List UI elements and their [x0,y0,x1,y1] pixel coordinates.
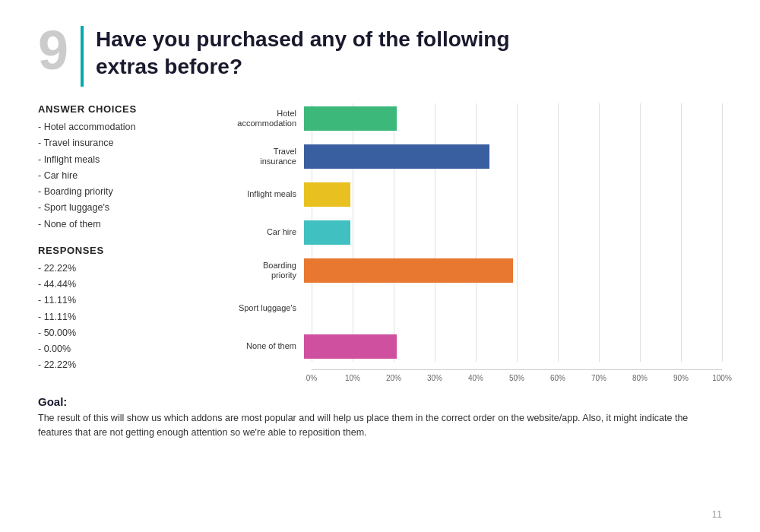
x-tick: 10% [345,374,360,382]
x-tick: 0% [306,374,317,382]
bar-container [304,106,722,131]
chart-inner: HotelaccommodationTravelinsuranceInfligh… [220,103,722,362]
bar-chart: HotelaccommodationTravelinsuranceInfligh… [220,103,722,362]
header-divider [81,26,84,87]
answer-choices-list: - Hotel accommodation- Travel insurance-… [38,119,205,233]
answer-item: - None of them [38,217,205,233]
response-item: - 44.44% [38,277,205,293]
bar-fill [304,220,350,245]
response-item: - 11.11% [38,293,205,309]
response-item: - 22.22% [38,261,205,277]
bar-fill [304,144,489,169]
x-tick: 90% [673,374,689,382]
responses-label: RESPONSES [38,245,205,256]
response-item: - 50.00% [38,325,205,341]
bar-row: Travelinsurance [220,141,722,172]
response-item: - 11.11% [38,309,205,325]
bar-label: Car hire [220,227,304,237]
bar-row: Sport luggage's [220,293,722,324]
bar-label: None of them [220,341,304,351]
answer-item: - Inflight meals [38,152,205,168]
question-number: 9 [38,23,68,78]
bar-label: Inflight meals [220,189,304,199]
answer-item: - Boarding priority [38,184,205,200]
x-tick: 30% [427,374,442,382]
page-number: 11 [712,509,722,520]
bar-container [304,144,722,169]
bar-fill [304,182,350,207]
bar-label: Travelinsurance [220,147,304,166]
x-tick: 40% [468,374,483,382]
answer-item: - Hotel accommodation [38,119,205,135]
bar-row: Inflight meals [220,179,722,210]
bar-fill [304,106,397,131]
x-tick: 100% [712,374,732,382]
bar-row: Boardingpriority [220,255,722,286]
bar-label: Sport luggage's [220,303,304,313]
bar-container [304,296,722,321]
answer-item: - Sport luggage's [38,200,205,216]
x-tick: 50% [509,374,524,382]
x-tick: 70% [591,374,606,382]
answer-item: - Car hire [38,168,205,184]
bar-container [304,334,722,359]
bar-label: Boardingpriority [220,261,304,280]
response-item: - 0.00% [38,341,205,357]
x-tick: 20% [386,374,401,382]
page: 9 Have you purchased any of the followin… [0,0,760,532]
bar-container [304,182,722,207]
x-tick: 60% [550,374,565,382]
bar-row: None of them [220,331,722,362]
answer-item: - Travel insurance [38,135,205,151]
answer-choices-label: ANSWER CHOICES [38,103,205,115]
question-title: Have you purchased any of the following … [96,23,510,81]
x-axis: 0%10%20%30%40%50%60%70%80%90%100% [312,369,722,385]
chart-area: HotelaccommodationTravelinsuranceInfligh… [220,103,722,385]
bar-label: Hotelaccommodation [220,109,304,128]
bar-container [304,258,722,283]
x-tick: 80% [632,374,648,382]
goal-text: The result of this will show us which ad… [38,411,722,441]
left-panel: ANSWER CHOICES - Hotel accommodation- Tr… [38,103,205,374]
bar-fill [304,258,513,283]
main-content: ANSWER CHOICES - Hotel accommodation- Tr… [38,103,722,385]
header: 9 Have you purchased any of the followin… [38,23,722,87]
bar-row: Hotelaccommodation [220,103,722,134]
bar-fill [304,334,397,359]
responses-list: - 22.22%- 44.44%- 11.11%- 11.11%- 50.00%… [38,261,205,374]
goal-section: Goal: The result of this will show us wh… [38,395,722,441]
bar-row: Car hire [220,217,722,248]
bar-container [304,220,722,245]
response-item: - 22.22% [38,357,205,373]
goal-title: Goal: [38,395,722,408]
grid-line [722,103,723,362]
